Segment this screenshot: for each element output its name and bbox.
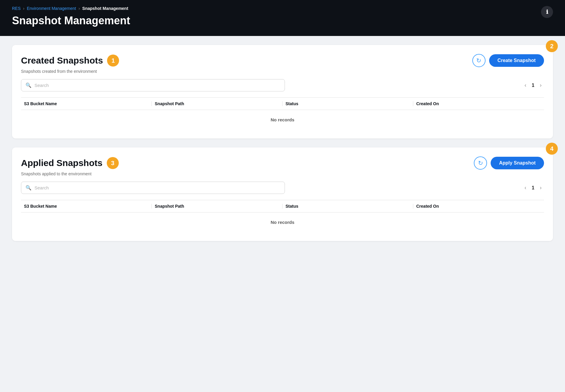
float-badge-2: 2 (546, 40, 558, 52)
created-col-snapshot-path: Snapshot Path (152, 101, 282, 106)
applied-snapshots-page-number: 1 (532, 185, 534, 191)
created-col-s3-bucket: S3 Bucket Name (21, 101, 152, 106)
applied-snapshots-subtitle: Snapshots applied to the environment (21, 171, 544, 176)
breadcrumb-env-mgmt[interactable]: Environment Management (27, 6, 76, 11)
applied-snapshots-title-group: Applied Snapshots 3 (21, 157, 119, 169)
applied-snapshots-table-header: S3 Bucket Name Snapshot Path Status Crea… (21, 200, 544, 212)
applied-snapshots-actions: ↻ Apply Snapshot (474, 156, 544, 170)
created-snapshots-subtitle: Snapshots created from the environment (21, 69, 544, 74)
breadcrumb: RES › Environment Management › Snapshot … (12, 6, 553, 11)
applied-snapshots-search-input[interactable] (34, 185, 280, 190)
apply-snapshot-button[interactable]: Apply Snapshot (491, 157, 544, 169)
info-button[interactable]: ℹ (541, 6, 553, 18)
applied-snapshots-prev-page-button[interactable]: ‹ (522, 183, 529, 192)
applied-snapshots-pagination: ‹ 1 › (522, 183, 544, 192)
created-snapshots-badge: 1 (107, 55, 119, 67)
created-snapshots-empty-message: No records (21, 110, 544, 129)
created-snapshots-page-number: 1 (532, 83, 534, 88)
created-snapshots-search-wrapper: 🔍 (21, 79, 285, 91)
created-snapshots-search-container: 🔍 ‹ 1 › (21, 79, 544, 91)
created-snapshots-search-input[interactable] (34, 83, 280, 88)
info-icon: ℹ (546, 9, 548, 15)
created-snapshots-title: Created Snapshots (21, 55, 103, 66)
created-snapshots-search-icon: 🔍 (25, 82, 31, 88)
applied-col-status: Status (282, 204, 413, 209)
applied-snapshots-refresh-button[interactable]: ↻ (474, 156, 487, 170)
breadcrumb-sep-1: › (23, 6, 25, 11)
breadcrumb-res[interactable]: RES (12, 6, 21, 11)
page-title: Snapshot Management (12, 14, 553, 27)
main-content: 2 Created Snapshots 1 ↻ Create Snapshot … (0, 36, 565, 250)
created-snapshots-refresh-button[interactable]: ↻ (472, 54, 486, 67)
created-snapshots-card: 2 Created Snapshots 1 ↻ Create Snapshot … (12, 45, 553, 138)
applied-snapshots-badge: 3 (107, 157, 119, 169)
applied-snapshots-header: Applied Snapshots 3 ↻ Apply Snapshot (21, 156, 544, 170)
created-snapshots-actions: ↻ Create Snapshot (472, 54, 544, 67)
created-snapshots-header: Created Snapshots 1 ↻ Create Snapshot (21, 54, 544, 67)
applied-snapshots-empty-message: No records (21, 212, 544, 232)
created-snapshots-float-badge: 2 (546, 40, 558, 52)
created-snapshots-prev-page-button[interactable]: ‹ (522, 81, 529, 90)
breadcrumb-sep-2: › (79, 6, 80, 11)
applied-col-created-on: Created On (413, 204, 544, 209)
applied-snapshots-search-wrapper: 🔍 (21, 182, 285, 194)
created-snapshots-pagination: ‹ 1 › (522, 81, 544, 90)
applied-snapshots-card: 4 Applied Snapshots 3 ↻ Apply Snapshot S… (12, 147, 553, 241)
created-snapshots-table-header: S3 Bucket Name Snapshot Path Status Crea… (21, 97, 544, 110)
applied-col-snapshot-path: Snapshot Path (152, 204, 282, 209)
applied-snapshots-search-icon: 🔍 (25, 185, 31, 191)
created-snapshots-next-page-button[interactable]: › (537, 81, 544, 90)
created-col-status: Status (282, 101, 413, 106)
created-col-created-on: Created On (413, 101, 544, 106)
page-header: RES › Environment Management › Snapshot … (0, 0, 565, 36)
breadcrumb-current: Snapshot Management (82, 6, 128, 11)
applied-snapshots-title: Applied Snapshots (21, 158, 103, 168)
create-snapshot-button[interactable]: Create Snapshot (489, 54, 544, 67)
applied-snapshots-float-badge: 4 (546, 143, 558, 155)
applied-col-s3-bucket: S3 Bucket Name (21, 204, 152, 209)
float-badge-4: 4 (546, 143, 558, 155)
created-snapshots-title-group: Created Snapshots 1 (21, 55, 119, 67)
applied-snapshots-next-page-button[interactable]: › (537, 183, 544, 192)
applied-snapshots-search-container: 🔍 ‹ 1 › (21, 182, 544, 194)
